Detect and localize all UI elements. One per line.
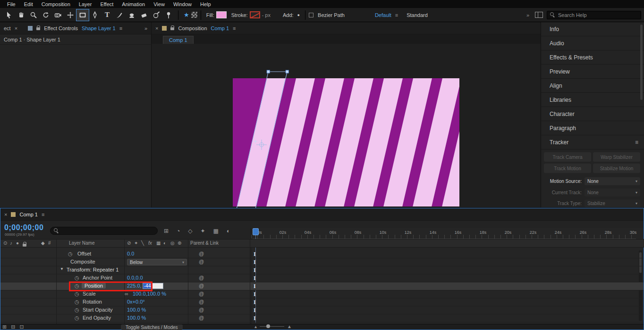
panel-tab-audio[interactable]: Audio: [541, 36, 644, 50]
menu-layer[interactable]: Layer: [75, 1, 96, 7]
close-icon[interactable]: ×: [4, 212, 7, 217]
track-type-select[interactable]: Stabilize▾: [585, 199, 640, 207]
pickwhip-icon[interactable]: @: [199, 299, 204, 305]
live-update-icon[interactable]: ◔: [177, 228, 180, 234]
panel-tab-info[interactable]: Info: [541, 22, 644, 36]
panel-tab-character[interactable]: Character: [541, 107, 644, 121]
panel-tab-preview[interactable]: Preview: [541, 65, 644, 79]
parent-link-header[interactable]: Parent & Link: [190, 240, 219, 246]
add-menu-icon[interactable]: ●: [297, 13, 300, 17]
workspace-bar-icon[interactable]: [535, 12, 543, 18]
brush-tool-button[interactable]: [113, 9, 126, 21]
anchor-point-icon[interactable]: [254, 140, 267, 150]
eraser-tool-button[interactable]: [138, 9, 150, 21]
close-icon[interactable]: ×: [155, 25, 158, 31]
expand-layer-switches-icon[interactable]: ⊞: [2, 324, 7, 330]
fill-label[interactable]: Fill:: [206, 12, 214, 18]
bezier-path-checkbox[interactable]: [309, 13, 314, 17]
composition-viewer[interactable]: ▣ ▤ 25%▾ ⊞ ◫ 0;00;00;00 Quarter▾ ⊡ ▨ Act…: [152, 44, 541, 196]
camera-tool-button[interactable]: [52, 9, 64, 21]
pickwhip-icon[interactable]: @: [199, 315, 204, 321]
panel-menu-icon[interactable]: ≡: [119, 25, 122, 31]
composition-mini-flowchart-icon[interactable]: ⊞: [164, 228, 169, 234]
video-column-icon[interactable]: ⊙: [3, 240, 7, 246]
workspace-default-button[interactable]: Default: [375, 12, 391, 18]
audio-column-icon[interactable]: ♪: [10, 240, 12, 246]
motion-source-select[interactable]: None▾: [585, 177, 640, 185]
menu-effect[interactable]: Effect: [96, 1, 118, 7]
property-row-offset[interactable]: ◷ Offset 0.0 @ I: [0, 250, 644, 258]
property-value[interactable]: 100.0,100.0 %: [133, 291, 166, 297]
layer-name-header[interactable]: Layer Name: [69, 240, 94, 246]
draft-3d-icon[interactable]: ◇: [188, 228, 192, 234]
expand-transfer-controls-icon[interactable]: ⊟: [11, 324, 15, 330]
solo-column-icon[interactable]: ●: [16, 240, 19, 246]
property-row-rotation[interactable]: ◷ Rotation 0x+0.0° @ I: [0, 298, 644, 306]
constrain-proportions-icon[interactable]: ∞: [125, 291, 128, 297]
panel-tab-paragraph[interactable]: Paragraph: [541, 121, 644, 135]
tab-overflow-icon[interactable]: »: [144, 25, 147, 31]
zoom-tool-button[interactable]: [27, 9, 40, 21]
panel-tab-tracker[interactable]: Tracker ≡: [541, 135, 644, 149]
hide-shy-layers-icon[interactable]: ✦: [201, 228, 205, 234]
stroke-color-swatch[interactable]: [250, 11, 260, 18]
stroke-width-value[interactable]: - px: [262, 12, 271, 18]
label-column-icon[interactable]: ◆: [41, 240, 45, 246]
stopwatch-icon[interactable]: ◷: [68, 251, 73, 257]
3d-layer-switch-icon[interactable]: ⊕: [178, 240, 181, 246]
add-label[interactable]: Add:: [283, 12, 294, 18]
project-tab-partial[interactable]: ect: [4, 25, 11, 31]
zoom-out-mountain-icon[interactable]: ▴: [254, 324, 257, 329]
pickwhip-icon[interactable]: @: [199, 307, 204, 313]
pickwhip-icon[interactable]: @: [199, 283, 204, 289]
effects-switch-icon[interactable]: fx: [148, 240, 152, 246]
panel-menu-icon[interactable]: ≡: [635, 139, 638, 146]
comp-viewer-tab[interactable]: Comp 1: [163, 36, 194, 44]
property-row-composite[interactable]: Composite Below▾ @ I: [0, 258, 644, 266]
composition-tab-target[interactable]: Comp 1: [211, 25, 229, 31]
position-y-edit-field[interactable]: -44: [143, 283, 163, 289]
rectangle-tool-button[interactable]: [76, 9, 89, 21]
hand-tool-button[interactable]: [15, 9, 27, 21]
collapse-transformations-icon[interactable]: ✦: [134, 240, 138, 246]
panel-menu-icon[interactable]: ≡: [42, 212, 44, 217]
composite-select[interactable]: Below▾: [127, 259, 187, 265]
composition-tab-title[interactable]: Composition: [178, 25, 207, 31]
panel-tab-effects-presets[interactable]: Effects & Presets: [541, 50, 644, 65]
fill-color-swatch[interactable]: [216, 11, 227, 18]
pickwhip-icon[interactable]: @: [199, 251, 204, 256]
pen-tool-button[interactable]: [89, 9, 101, 21]
current-time-indicator-handle[interactable]: [253, 228, 259, 235]
close-icon[interactable]: ×: [15, 25, 17, 31]
panel-tab-libraries[interactable]: Libraries: [541, 93, 644, 107]
menu-window[interactable]: Window: [169, 1, 196, 7]
stopwatch-icon[interactable]: ◷: [75, 315, 79, 321]
zoom-slider-thumb[interactable]: [266, 324, 270, 328]
stopwatch-icon[interactable]: ◷: [75, 283, 79, 289]
pickwhip-icon[interactable]: @: [199, 259, 204, 264]
zoom-slider[interactable]: [260, 326, 284, 327]
number-column-icon[interactable]: #: [48, 240, 51, 246]
menu-composition[interactable]: Composition: [37, 1, 75, 7]
menu-file[interactable]: File: [3, 1, 20, 7]
effect-controls-tab-target[interactable]: Shape Layer 1: [82, 25, 116, 31]
shape-selection-overlay[interactable]: [233, 78, 459, 206]
workspace-menu-icon[interactable]: ≡: [395, 12, 398, 18]
effect-controls-tab-title[interactable]: Effect Controls: [44, 25, 78, 31]
property-row-scale[interactable]: ◷ Scale ∞ 100.0,100.0 % @ I: [0, 290, 644, 298]
pickwhip-icon[interactable]: @: [199, 275, 204, 280]
right-panel-scrollbar[interactable]: [640, 25, 643, 100]
property-value[interactable]: 0x+0.0°: [127, 299, 145, 305]
track-motion-button[interactable]: Track Motion: [544, 164, 591, 173]
stabilize-motion-button[interactable]: Stabilize Motion: [593, 164, 640, 173]
track-camera-button[interactable]: Track Camera: [544, 152, 591, 162]
timeline-zoom-control[interactable]: ▴ ▲: [254, 324, 292, 329]
motion-blur-icon[interactable]: ◐: [227, 228, 230, 234]
lock-icon[interactable]: [170, 27, 174, 30]
property-value[interactable]: 0.0,0.0: [127, 275, 143, 280]
zoom-in-mountain-icon[interactable]: ▲: [287, 324, 292, 329]
motion-blur-switch-icon[interactable]: ◐: [163, 240, 166, 246]
toggle-switches-modes-button[interactable]: Toggle Switches / Modes: [121, 324, 183, 330]
expand-in-out-icon[interactable]: ⊡: [19, 324, 24, 330]
menu-help[interactable]: Help: [196, 1, 215, 7]
